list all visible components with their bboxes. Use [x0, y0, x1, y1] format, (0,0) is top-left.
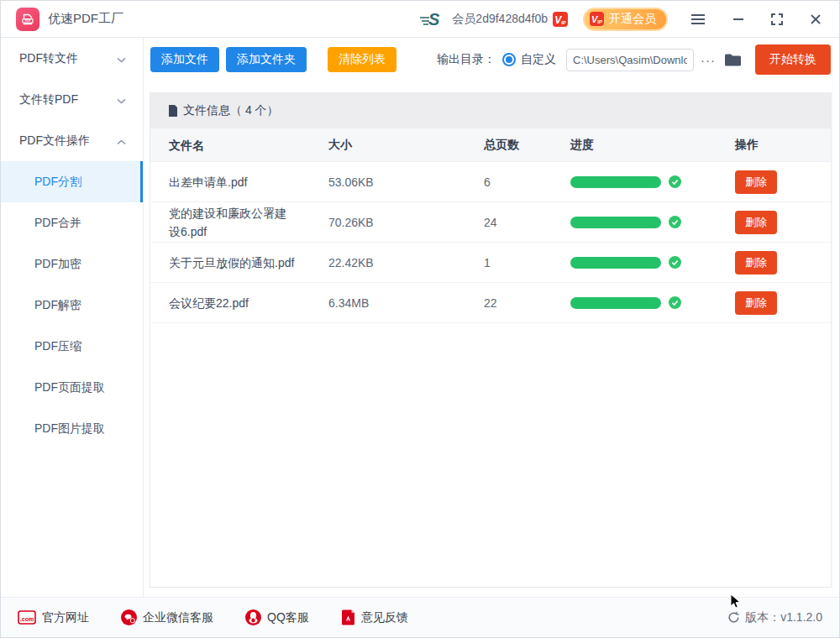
check-circle-icon — [669, 296, 681, 309]
custom-dir-label: 自定义 — [521, 52, 556, 67]
svg-text:S: S — [428, 10, 440, 29]
feedback-icon — [341, 609, 355, 625]
hamburger-icon — [690, 13, 706, 26]
progress-cell — [570, 296, 701, 309]
column-progress: 进度 — [570, 138, 701, 153]
column-pages: 总页数 — [484, 138, 537, 153]
file-pages: 22 — [484, 296, 537, 310]
column-size: 大小 — [328, 138, 450, 153]
file-info-header: 文件信息 （ 4 个） — [150, 93, 831, 128]
column-filename: 文件名 — [169, 136, 295, 154]
com-website-icon: .com — [18, 610, 36, 625]
table-row: 出差申请单.pdf 53.06KB 6 删除 — [150, 162, 831, 202]
toolbar: 添加文件 添加文件夹 清除列表 输出目录： 自定义 ··· 开始转换 — [144, 38, 839, 81]
sidebar-item-pdf-page-extract[interactable]: PDF页面提取 — [1, 367, 143, 408]
brand-swoosh-icon: S — [418, 10, 445, 29]
close-icon — [809, 13, 822, 26]
check-circle-icon — [669, 256, 681, 269]
maximize-button[interactable] — [767, 9, 787, 29]
clear-list-button[interactable]: 清除列表 — [328, 47, 396, 72]
chevron-down-icon — [117, 93, 126, 107]
file-count: （ 4 个） — [230, 103, 279, 118]
table-header: 文件名 大小 总页数 进度 操作 — [150, 128, 831, 162]
chevron-up-icon — [117, 134, 126, 148]
titlebar: PDF 优速PDF工厂 S 会员2d9f428d4f0b VIP VIP 开通会… — [1, 1, 839, 38]
vip-badge-icon: VIP — [553, 12, 568, 27]
file-name: 会议纪要22.pdf — [169, 294, 295, 312]
qq-support-link[interactable]: QQ客服 — [245, 609, 309, 625]
footer: .com 官方网址 企业微信客服 QQ客服 — [1, 597, 839, 637]
table-row: 关于元旦放假的通知.pdf 22.42KB 1 删除 — [150, 243, 831, 283]
custom-dir-radio[interactable] — [502, 53, 516, 66]
progress-bar — [570, 257, 661, 269]
file-size: 6.34MB — [328, 296, 450, 310]
progress-bar — [570, 176, 661, 188]
update-refresh-icon — [727, 611, 740, 624]
vip-mini-icon: VIP — [590, 12, 604, 26]
check-circle-icon — [669, 175, 681, 188]
minimize-button[interactable] — [728, 9, 748, 29]
file-size: 53.06KB — [328, 175, 450, 189]
svg-text:.com: .com — [20, 616, 34, 622]
app-title: 优速PDF工厂 — [48, 11, 123, 27]
sidebar-group-pdf-to-file[interactable]: PDF转文件 — [1, 38, 143, 79]
start-convert-button[interactable]: 开始转换 — [755, 44, 831, 75]
sidebar-item-pdf-encrypt[interactable]: PDF加密 — [1, 243, 143, 285]
progress-bar — [570, 297, 661, 309]
sidebar-group-file-to-pdf[interactable]: 文件转PDF — [1, 79, 143, 120]
file-pages: 24 — [484, 216, 537, 229]
file-name: 党的建设和廉政公署建设6.pdf — [169, 204, 295, 241]
sidebar-item-pdf-image-extract[interactable]: PDF图片提取 — [1, 408, 143, 449]
progress-bar — [570, 217, 661, 228]
add-folder-button[interactable]: 添加文件夹 — [226, 47, 307, 72]
chevron-down-icon — [117, 52, 126, 65]
sidebar-item-pdf-split[interactable]: PDF分割 — [1, 161, 143, 202]
check-circle-icon — [669, 216, 681, 228]
wechat-icon — [121, 609, 137, 625]
output-dir-label: 输出目录： — [437, 52, 496, 67]
sidebar-item-pdf-compress[interactable]: PDF压缩 — [1, 326, 143, 367]
sidebar: PDF转文件 文件转PDF PDF文件操作 PDF分割 PDF合并 PDF加密 … — [1, 38, 144, 599]
browse-more-button[interactable]: ··· — [701, 53, 716, 67]
document-icon — [168, 105, 178, 117]
brand: PDF 优速PDF工厂 — [16, 8, 123, 31]
feedback-link[interactable]: 意见反馈 — [341, 609, 408, 625]
table-row: 会议纪要22.pdf 6.34MB 22 删除 — [150, 283, 831, 323]
file-name: 关于元旦放假的通知.pdf — [169, 254, 295, 272]
open-folder-button[interactable] — [724, 53, 742, 67]
main-panel: 添加文件 添加文件夹 清除列表 输出目录： 自定义 ··· 开始转换 — [144, 38, 839, 599]
sidebar-item-pdf-decrypt[interactable]: PDF解密 — [1, 285, 143, 326]
app-window: PDF 优速PDF工厂 S 会员2d9f428d4f0b VIP VIP 开通会… — [0, 0, 840, 638]
sidebar-group-pdf-operations[interactable]: PDF文件操作 — [1, 120, 143, 161]
qq-icon — [245, 609, 261, 625]
upgrade-membership-button[interactable]: VIP 开通会员 — [583, 8, 668, 31]
file-pages: 1 — [484, 256, 537, 269]
column-action: 操作 — [735, 138, 812, 153]
add-file-button[interactable]: 添加文件 — [150, 47, 219, 72]
file-info-title: 文件信息 — [183, 103, 230, 118]
member-id: 会员2d9f428d4f0b — [452, 12, 548, 27]
output-dir-group: 输出目录： 自定义 ··· 开始转换 — [437, 44, 831, 75]
file-pages: 6 — [484, 175, 537, 189]
official-website-link[interactable]: .com 官方网址 — [18, 610, 89, 625]
delete-button[interactable]: 删除 — [735, 211, 777, 234]
close-button[interactable] — [806, 9, 826, 29]
file-size: 22.42KB — [328, 256, 450, 269]
wechat-support-link[interactable]: 企业微信客服 — [121, 609, 213, 625]
titlebar-right: S 会员2d9f428d4f0b VIP VIP 开通会员 — [418, 8, 826, 31]
delete-button[interactable]: 删除 — [735, 251, 777, 275]
sidebar-item-pdf-merge[interactable]: PDF合并 — [1, 202, 143, 243]
file-name: 出差申请单.pdf — [169, 173, 295, 191]
delete-button[interactable]: 删除 — [735, 170, 777, 194]
menu-button[interactable] — [686, 9, 710, 29]
maximize-icon — [770, 13, 784, 26]
version-label: 版本：v1.1.2.0 — [745, 610, 822, 625]
output-path-input[interactable] — [566, 49, 694, 71]
progress-cell — [570, 256, 701, 269]
table-row: 党的建设和廉政公署建设6.pdf 70.26KB 24 删除 — [150, 202, 831, 243]
delete-button[interactable]: 删除 — [735, 291, 777, 315]
progress-cell — [570, 216, 701, 228]
svg-text:PDF: PDF — [24, 19, 31, 23]
file-size: 70.26KB — [328, 216, 450, 229]
version-info: 版本：v1.1.2.0 — [727, 610, 822, 625]
